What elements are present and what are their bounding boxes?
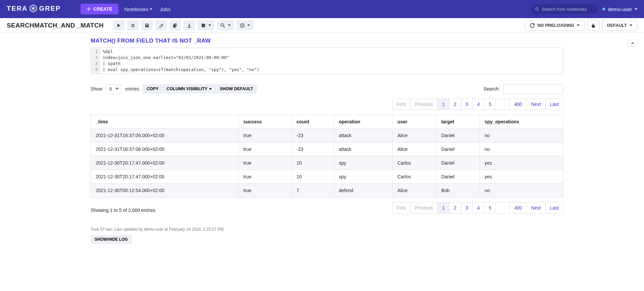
table-cell: Daniel xyxy=(436,142,480,156)
page-number[interactable]: 1 xyxy=(438,202,449,213)
code-editor[interactable]: 1234 %dpl index=join_json_one earliest="… xyxy=(91,48,563,74)
code-content[interactable]: %dpl index=join_json_one earliest="01/01… xyxy=(100,48,563,74)
execution-meta: Took 57 sec. Last updated by demo-user a… xyxy=(91,227,563,232)
clone-button[interactable] xyxy=(169,20,181,31)
collapse-button[interactable] xyxy=(127,20,139,31)
table-row: 2021-12-30T20:17:47.000+02:00true10spyCa… xyxy=(91,170,563,183)
page-next[interactable]: Next xyxy=(527,202,545,213)
mode-button[interactable]: DEFAULT xyxy=(602,20,637,31)
save-button[interactable] xyxy=(141,20,153,31)
table-cell: no xyxy=(480,128,563,142)
table-row: 2021-12-31T16:37:06.000+02:00true-23atta… xyxy=(91,128,563,142)
table-cell: Alice xyxy=(393,142,437,156)
page-number[interactable]: 4 xyxy=(473,99,484,110)
result-search-label: Search: xyxy=(484,86,500,92)
unlock-icon xyxy=(591,23,596,28)
cell-title: MATCH() FROM FIELD THAT IS NOT _RAW xyxy=(91,38,563,44)
table-cell: attack xyxy=(334,128,392,142)
entries-info: Showing 1 to 5 of 2,000 entries xyxy=(91,208,155,213)
copy-button[interactable]: COPY xyxy=(143,84,162,94)
table-cell: 2021-12-30T20:17:47.000+02:00 xyxy=(91,170,239,183)
show-label: Show xyxy=(91,86,102,92)
user-menu[interactable]: demo-user xyxy=(602,6,637,12)
column-visibility-button[interactable]: COLUMN VISIBILITY xyxy=(163,84,216,94)
caret-down-icon xyxy=(150,8,152,10)
nav-notebooks[interactable]: Notebooks xyxy=(123,4,154,14)
page-last[interactable]: Last xyxy=(546,99,563,110)
result-search-input[interactable] xyxy=(503,84,563,94)
page-number[interactable]: 2 xyxy=(449,202,461,213)
run-all-button[interactable] xyxy=(113,20,125,31)
clear-output-button[interactable] xyxy=(155,20,167,31)
page-number[interactable]: 400 xyxy=(510,99,526,110)
show-default-button[interactable]: SHOW DEFAULT xyxy=(216,84,257,94)
column-header[interactable]: spy_operations xyxy=(480,115,563,128)
table-row: 2021-12-30T20:17:47.000+02:00true10spyCa… xyxy=(91,156,563,170)
table-cell: 10 xyxy=(292,156,334,170)
table-cell: Alice xyxy=(393,128,437,142)
table-cell: true xyxy=(239,156,292,170)
lock-button[interactable] xyxy=(587,20,599,31)
table-cell: no xyxy=(480,183,563,197)
nav-jobs-label: Jobs xyxy=(160,6,170,12)
notebook-toolbar: SEARCHMATCH_AND _MATCH NO PRELOADING DEF… xyxy=(0,18,644,33)
version-button[interactable] xyxy=(198,20,214,31)
page-last[interactable]: Last xyxy=(546,202,563,213)
nav-jobs[interactable]: Jobs xyxy=(158,4,172,14)
page-number[interactable]: 400 xyxy=(510,202,526,213)
find-button[interactable] xyxy=(217,20,234,31)
create-label: CREATE xyxy=(93,6,112,12)
brand-logo[interactable]: TERA GREP xyxy=(7,4,61,13)
page-number[interactable]: 5 xyxy=(485,99,496,110)
line-gutter: 1234 xyxy=(91,48,100,74)
page-number[interactable]: 3 xyxy=(461,99,473,110)
page-number[interactable]: 4 xyxy=(473,202,484,213)
scheduler-button[interactable] xyxy=(237,20,253,31)
column-header[interactable]: user xyxy=(393,115,437,128)
table-cell: 7 xyxy=(292,183,334,197)
notebook-cell: MATCH() FROM FIELD THAT IS NOT _RAW 1234… xyxy=(91,38,563,244)
table-cell: -23 xyxy=(292,128,334,142)
result-button-group: COPY COLUMN VISIBILITY SHOW DEFAULT xyxy=(143,84,257,94)
search-input[interactable] xyxy=(542,7,593,12)
page-next[interactable]: Next xyxy=(527,99,545,110)
collapse-icon xyxy=(131,23,135,28)
show-hide-log-button[interactable]: SHOW/HIDE LOG xyxy=(91,235,132,244)
export-button[interactable] xyxy=(184,20,195,31)
caret-down-icon xyxy=(208,24,211,26)
page-number[interactable]: 3 xyxy=(461,202,473,213)
column-header[interactable]: _time xyxy=(91,115,239,128)
table-cell: 10 xyxy=(292,170,334,183)
colvis-label: COLUMN VISIBILITY xyxy=(167,86,208,91)
eraser-icon xyxy=(159,23,163,28)
table-cell: true xyxy=(239,183,292,197)
entries-label: entries xyxy=(125,86,139,92)
table-cell: defend xyxy=(334,183,392,197)
collapse-cell-button[interactable] xyxy=(628,40,637,46)
svg-point-0 xyxy=(536,8,538,10)
results-table: _timesuccesscountoperationusertargetspy_… xyxy=(91,115,563,197)
column-header[interactable]: count xyxy=(292,115,334,128)
entries-select[interactable]: 5 xyxy=(106,84,122,94)
pagination-top: FirstPrevious12345…400NextLast xyxy=(91,99,563,110)
save-icon xyxy=(145,23,149,28)
table-cell: 2021-12-30T20:17:47.000+02:00 xyxy=(91,156,239,170)
search-box[interactable] xyxy=(531,4,598,14)
page-number[interactable]: 5 xyxy=(485,202,496,213)
page-number[interactable]: 2 xyxy=(449,99,461,110)
column-header[interactable]: operation xyxy=(334,115,392,128)
table-cell: 2021-12-30T00:12:54.000+02:00 xyxy=(91,183,239,197)
create-button[interactable]: CREATE xyxy=(81,4,118,14)
caret-down-icon xyxy=(630,24,632,26)
result-toolbar: Show 5 entries COPY COLUMN VISIBILITY SH… xyxy=(91,84,563,94)
page-number[interactable]: 1 xyxy=(438,99,449,110)
column-header[interactable]: success xyxy=(239,115,292,128)
column-header[interactable]: target xyxy=(436,115,480,128)
table-cell: true xyxy=(239,128,292,142)
nav-notebooks-label: Notebooks xyxy=(125,6,149,12)
table-cell: true xyxy=(239,170,292,183)
page-number: … xyxy=(496,202,509,213)
preloading-button[interactable]: NO PRELOADING xyxy=(525,20,585,31)
table-cell: Alice xyxy=(393,183,437,197)
play-icon xyxy=(116,23,121,28)
